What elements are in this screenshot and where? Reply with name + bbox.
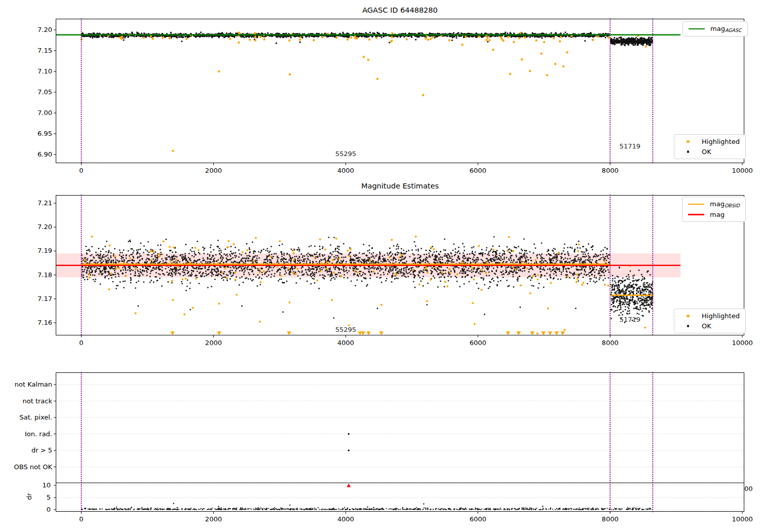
legend-highlighted-ok-middle: HighlightedOK [674,309,746,333]
y-tick-label: 7.05 [22,88,52,97]
x-tick-label: 10000 [721,166,760,175]
x-tick-label: 4000 [324,166,367,175]
y-tick-label: 7.20 [22,25,52,34]
y-tick-label: 7.20 [22,222,52,232]
panel1-title: AGASC ID 64488280 [56,5,744,15]
legend-mag-agasc: magAGASC [682,21,748,36]
panel2-title: Magnitude Estimates [56,181,744,191]
legend-line-icon [689,28,705,30]
x-tick-label: 2000 [192,338,235,348]
legend-entry-label: mag [710,211,725,218]
panel3-axes [56,372,744,512]
x-tick-label: 6000 [457,166,499,175]
legend-entry: magAGASC [689,25,742,33]
y-tick-label: 7.15 [22,46,52,55]
x-tick-label: 8000 [589,338,631,348]
figure: AGASC ID 64488280 Magnitude Estimates 7.… [0,0,760,532]
legend-mag-obsid-mag: magOBSIDmag [682,197,746,222]
x-tick-label: 0 [60,515,102,524]
x-tick-label: 2000 [192,515,235,524]
legend-entry: Highlighted [680,138,740,145]
y-tick-label: 7.19 [22,246,52,255]
obsid-annotation: 55295 [335,150,356,158]
legend-entry-label: magOBSID [710,200,740,208]
legend-highlighted-ok-top: HighlightedOK [674,134,746,159]
y-tick-label: 7.16 [22,318,52,327]
legend-entry-label: OK [702,148,711,156]
legend-entry: mag [688,211,740,218]
x-tick-label: 10000 [721,338,760,348]
legend-entry-label: Highlighted [702,312,740,320]
clipped-xtick-label: 00 [744,484,753,493]
y-tick-label: 7.00 [22,108,52,118]
legend-marker-icon [680,140,696,143]
y-tick-label: 7.10 [22,67,52,76]
legend-entry-label: OK [702,322,711,330]
x-tick-label: 10000 [721,515,760,524]
obsid-annotation: 51719 [620,315,640,323]
flag-category-label: dr > 5 [0,446,52,455]
legend-entry: magOBSID [688,200,740,208]
y-tick-label: 6.95 [22,129,52,138]
legend-entry-label: magAGASC [710,25,742,33]
legend-marker-icon [680,325,696,327]
flag-category-label: Sat. pixel. [0,413,52,422]
flag-category-label: not track [0,397,52,406]
x-tick-label: 8000 [589,166,631,175]
obsid-annotation: 51719 [620,142,640,149]
legend-marker-icon [680,315,696,317]
x-tick-label: 0 [60,338,102,348]
x-tick-label: 6000 [457,515,499,524]
legend-line-icon [688,204,704,205]
legend-entry-label: Highlighted [702,138,740,145]
x-tick-label: 2000 [192,166,235,175]
obsid-annotation: 55295 [335,325,356,333]
x-tick-label: 4000 [324,515,367,524]
flag-category-label: Ion. rad. [0,430,52,439]
x-tick-label: 6000 [457,338,499,348]
panel2-axes [56,195,744,335]
legend-line-icon [688,214,704,215]
y-tick-label: 7.21 [22,199,52,208]
legend-entry: OK [680,148,740,156]
y-tick-label: 7.18 [22,271,52,280]
flag-category-label: OBS not OK [0,463,52,472]
x-tick-label: 4000 [324,338,367,348]
legend-entry: Highlighted [680,312,740,320]
legend-entry: OK [680,322,740,330]
legend-marker-icon [680,150,696,153]
y-tick-label: 7.17 [22,294,52,303]
x-tick-label: 0 [60,166,102,175]
dr-axis-label: dr [25,485,34,508]
y-tick-label: 6.90 [22,150,52,159]
panel1-axes [56,19,744,163]
x-tick-label: 8000 [589,515,631,524]
flag-category-label: not Kalman [0,380,52,389]
